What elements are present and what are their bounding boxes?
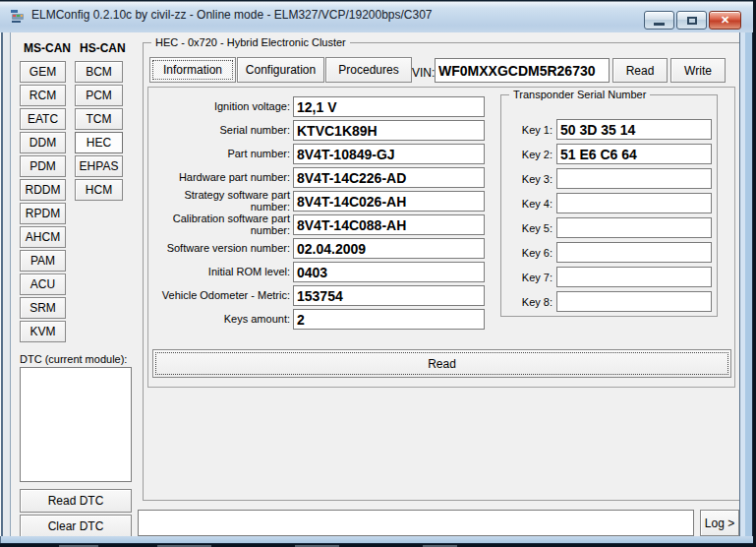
- clear-dtc-button[interactable]: Clear DTC: [20, 515, 132, 536]
- key-1-input[interactable]: [556, 119, 712, 140]
- field-value-input[interactable]: [293, 167, 485, 188]
- field-value-input[interactable]: [293, 309, 485, 330]
- field-label: Hardware part number:: [148, 167, 290, 188]
- key-label: Key 1:: [505, 119, 552, 140]
- module-button-gem[interactable]: GEM: [20, 61, 66, 83]
- module-button-pdm[interactable]: PDM: [20, 155, 66, 177]
- window-title: ELMConfig 0.2.10c by civil-zz - Online m…: [31, 8, 433, 22]
- field-value-input[interactable]: [293, 120, 485, 141]
- module-button-rcm[interactable]: RCM: [20, 85, 66, 106]
- field-value-input[interactable]: [293, 191, 485, 212]
- module-button-pcm[interactable]: PCM: [75, 85, 123, 106]
- key-4-input[interactable]: [556, 193, 712, 213]
- window-border-left: [0, 32, 11, 536]
- log-toggle-button[interactable]: Log >: [700, 510, 739, 536]
- module-button-hcm[interactable]: HCM: [75, 179, 123, 201]
- key-3-input[interactable]: [556, 168, 712, 189]
- window-border-bottom: [0, 536, 753, 544]
- tab-procedures[interactable]: Procedures: [325, 57, 412, 83]
- field-label: Initial ROM level:: [148, 262, 290, 282]
- field-label: Calibration software part number:: [148, 214, 290, 235]
- log-input[interactable]: [138, 510, 694, 536]
- key-label: Key 7:: [505, 267, 552, 287]
- field-value-input[interactable]: [293, 238, 485, 259]
- vin-write-button[interactable]: Write: [670, 58, 726, 83]
- module-groupbox-title: HEC - 0x720 - Hybrid Electronic Cluster: [151, 36, 350, 48]
- module-read-button[interactable]: Read: [152, 349, 731, 378]
- field-value-input[interactable]: [293, 96, 485, 117]
- module-button-kvm[interactable]: KVM: [20, 321, 66, 342]
- field-value-input[interactable]: [293, 214, 485, 235]
- field-label: Part number:: [148, 144, 290, 164]
- close-icon: ✕: [721, 14, 729, 27]
- tab-information[interactable]: Information: [149, 57, 236, 83]
- module-button-srm[interactable]: SRM: [20, 297, 66, 319]
- key-6-input[interactable]: [556, 242, 712, 263]
- bus-label-hs-can: HS-CAN: [80, 41, 126, 55]
- field-value-input[interactable]: [293, 262, 485, 282]
- key-label: Key 4:: [505, 193, 552, 213]
- module-button-pam[interactable]: PAM: [20, 250, 66, 272]
- module-button-acu[interactable]: ACU: [20, 274, 66, 295]
- key-label: Key 6:: [505, 242, 552, 263]
- module-button-bcm[interactable]: BCM: [75, 61, 123, 83]
- module-button-rpdm[interactable]: RPDM: [20, 203, 66, 224]
- key-8-input[interactable]: [556, 291, 712, 312]
- vin-input[interactable]: [435, 58, 610, 83]
- app-icon: [10, 8, 26, 24]
- field-label: Keys amount:: [148, 309, 290, 330]
- module-button-ahcm[interactable]: AHCM: [20, 226, 66, 248]
- key-label: Key 3:: [505, 168, 552, 189]
- module-button-ddm[interactable]: DDM: [20, 132, 66, 153]
- minimize-icon: [654, 23, 665, 26]
- key-5-input[interactable]: [556, 217, 712, 238]
- key-7-input[interactable]: [556, 267, 712, 287]
- window-border-right: [739, 32, 753, 536]
- module-button-hec[interactable]: HEC: [75, 132, 123, 153]
- read-dtc-button[interactable]: Read DTC: [20, 489, 132, 513]
- key-2-input[interactable]: [556, 144, 712, 164]
- module-button-rddm[interactable]: RDDM: [20, 179, 66, 201]
- minimize-button[interactable]: [644, 11, 674, 30]
- field-label: Serial number:: [148, 120, 290, 141]
- vin-label: VIN:: [412, 66, 435, 80]
- key-label: Key 8:: [505, 291, 552, 312]
- module-button-eatc[interactable]: EATC: [20, 108, 66, 130]
- maximize-icon: [687, 17, 697, 25]
- desktop: ELMConfig 0.2.10c by civil-zz - Online m…: [0, 0, 756, 547]
- tab-configuration[interactable]: Configuration: [237, 57, 324, 83]
- field-value-input[interactable]: [293, 144, 485, 164]
- vin-read-button[interactable]: Read: [612, 58, 668, 83]
- bus-label-ms-can: MS-CAN: [24, 41, 71, 55]
- key-label: Key 2:: [505, 144, 552, 164]
- dtc-label: DTC (current module):: [20, 353, 127, 365]
- key-label: Key 5:: [505, 217, 552, 238]
- title-bar[interactable]: ELMConfig 0.2.10c by civil-zz - Online m…: [0, 0, 753, 32]
- close-button[interactable]: ✕: [709, 11, 741, 30]
- field-label: Software version number:: [148, 238, 290, 259]
- field-label: Strategy software part number:: [148, 191, 290, 212]
- client-area: MS-CANGEMRCMEATCDDMPDMRDDMRPDMAHCMPAMACU…: [11, 32, 739, 536]
- transponder-groupbox: Transponder Serial Number Key 1:Key 2:Ke…: [500, 94, 718, 317]
- transponder-groupbox-title: Transponder Serial Number: [509, 89, 650, 100]
- field-value-input[interactable]: [293, 285, 485, 306]
- app-window: ELMConfig 0.2.10c by civil-zz - Online m…: [0, 0, 753, 544]
- field-label: Ignition voltage:: [148, 96, 290, 117]
- module-button-tcm[interactable]: TCM: [75, 108, 123, 130]
- maximize-button[interactable]: [676, 11, 707, 30]
- module-button-ehpas[interactable]: EHPAS: [75, 155, 123, 177]
- dtc-listbox[interactable]: [20, 367, 132, 482]
- field-label: Vehicle Odometer - Metric:: [148, 285, 290, 306]
